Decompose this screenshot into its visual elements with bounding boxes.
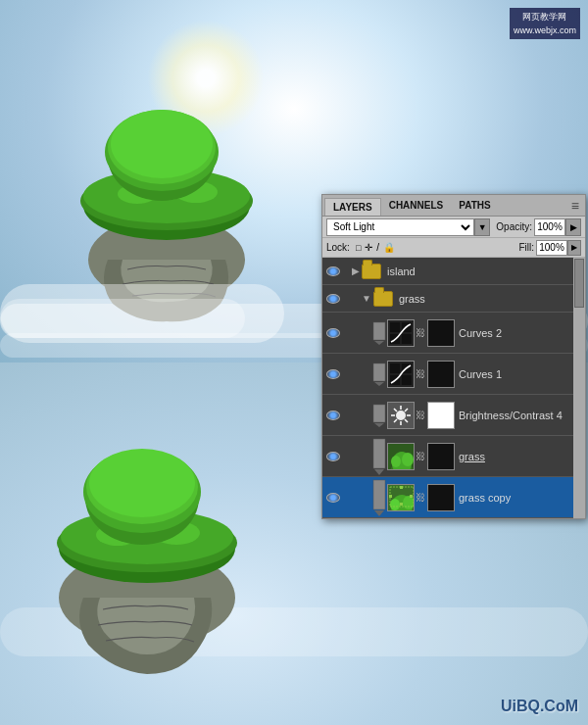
layer-thumb-grass-copy [387, 484, 415, 511]
chain-grass-layer[interactable]: ⛓ [416, 451, 425, 461]
opacity-label: Opacity: [496, 221, 532, 232]
svg-rect-58 [389, 495, 392, 498]
lock-label: Lock: [326, 242, 350, 253]
layer-eye-curves1[interactable] [322, 369, 344, 379]
blend-mode-row: Soft Light Normal Multiply Screen Overla… [322, 217, 585, 238]
canvas-background: 网页教学网 www.webjx.com UiBQ.CoM LAYERS CHAN… [0, 0, 588, 725]
layer-mask-curves2 [427, 319, 455, 347]
layer-eye-grass-group[interactable] [322, 294, 344, 304]
svg-rect-32 [373, 405, 385, 422]
chain-grass-copy[interactable]: ⛓ [416, 492, 425, 503]
watermark-bottom: UiBQ.CoM [501, 698, 578, 715]
panel-scrollbar-thumb[interactable] [574, 259, 584, 308]
blend-mode-select[interactable]: Soft Light Normal Multiply Screen Overla… [326, 218, 474, 236]
eye-icon-grass-group [326, 294, 340, 304]
layer-name-island: island [387, 266, 573, 277]
clip-icon-curves2 [371, 320, 387, 346]
layer-row-island[interactable]: ▶ island [322, 258, 585, 285]
fill-label: Fill: [518, 242, 534, 253]
panel-menu-icon[interactable]: ≡ [567, 198, 583, 214]
blend-mode-arrow[interactable]: ▼ [474, 218, 490, 236]
cloud-left2 [0, 299, 245, 338]
layer-name-curves1: Curves 1 [459, 368, 573, 380]
chain-curves2[interactable]: ⛓ [416, 327, 425, 338]
folder-icon-island [362, 264, 381, 279]
eye-icon-brightness4 [326, 411, 340, 420]
layer-row-grass-layer[interactable]: ⛓ grass [322, 436, 585, 477]
layer-row-grass-group[interactable]: ▼ grass [322, 285, 585, 313]
layer-row-curves1[interactable]: ⛓ Curves 1 [322, 354, 585, 395]
eye-icon-grass-layer [326, 452, 340, 461]
tab-layers[interactable]: LAYERS [324, 198, 381, 216]
clip-icon-brightness4 [371, 403, 387, 428]
layer-eye-island[interactable] [322, 266, 344, 276]
layer-thumb-curves2 [387, 319, 415, 347]
svg-point-47 [391, 456, 401, 467]
layer-mask-grass-copy [427, 484, 455, 511]
island-bottom [29, 421, 265, 686]
eye-icon-island [326, 266, 340, 276]
eye-icon-curves2 [326, 328, 340, 338]
layer-name-grass-layer: grass [459, 451, 573, 462]
chain-curves1[interactable]: ⛓ [416, 368, 425, 379]
layer-thumb-curves1 [387, 361, 415, 388]
panel-tabs: LAYERS CHANNELS PATHS ≡ [322, 195, 585, 217]
layer-mask-curves1 [427, 361, 455, 388]
layer-mask-grass-layer [427, 443, 455, 470]
svg-rect-59 [410, 495, 413, 498]
svg-point-10 [111, 110, 213, 178]
svg-rect-57 [400, 503, 403, 506]
clip-icon-curves1 [371, 362, 387, 387]
layers-list: ▶ island ▼ grass [322, 258, 585, 518]
layer-name-curves2: Curves 2 [459, 327, 573, 339]
layer-name-grass-group: grass [399, 293, 573, 305]
svg-point-53 [390, 499, 400, 510]
layer-eye-grass-layer[interactable] [322, 452, 344, 461]
layers-panel: LAYERS CHANNELS PATHS ≡ Soft Light Norma… [321, 194, 586, 519]
layer-row-brightness4[interactable]: ⛓ Brightness/Contrast 4 [322, 395, 585, 436]
folder-icon-grass [373, 291, 393, 307]
fill-arrow[interactable]: ▶ [567, 240, 581, 256]
lock-row: Lock: □ ✛ / 🔒 Fill: ▶ [322, 238, 585, 258]
lock-pixel[interactable]: / [376, 242, 379, 253]
layer-thumb-brightness4 [387, 402, 415, 429]
svg-rect-43 [373, 439, 385, 468]
layer-row-curves2[interactable]: ⛓ Curves 2 [322, 313, 585, 354]
svg-point-21 [89, 449, 195, 517]
fill-input[interactable] [536, 240, 567, 256]
eye-icon-curves1 [326, 369, 340, 379]
lock-checkbox[interactable]: □ [356, 243, 361, 253]
layer-eye-grass-copy[interactable] [322, 493, 344, 503]
eye-icon-grass-copy [326, 493, 340, 503]
opacity-arrow[interactable]: ▶ [565, 218, 581, 236]
layer-eye-curves2[interactable] [322, 328, 344, 338]
panel-scrollbar[interactable] [573, 258, 585, 518]
expander-island[interactable]: ▶ [352, 266, 360, 276]
lock-position[interactable]: ✛ [365, 242, 372, 253]
svg-rect-56 [400, 486, 403, 489]
layer-eye-brightness4[interactable] [322, 411, 344, 420]
lock-all[interactable]: 🔒 [383, 242, 395, 253]
layer-name-grass-copy: grass copy [459, 492, 573, 504]
svg-point-48 [402, 453, 414, 466]
clip-icon-grass-copy [371, 477, 387, 518]
tab-paths[interactable]: PATHS [451, 197, 498, 214]
svg-point-34 [396, 411, 406, 420]
layer-row-grass-copy[interactable]: ⛓ grass copy [322, 477, 585, 518]
watermark-top: 网页教学网 www.webjx.com [510, 8, 580, 39]
layer-name-brightness4: Brightness/Contrast 4 [459, 410, 573, 421]
layer-mask-brightness4 [427, 402, 455, 429]
svg-rect-27 [373, 363, 385, 381]
svg-point-54 [403, 496, 415, 509]
svg-rect-22 [373, 322, 385, 340]
opacity-input[interactable] [534, 218, 565, 236]
layer-thumb-grass-layer [387, 443, 415, 470]
clip-icon-grass [371, 436, 387, 477]
expander-grass-group[interactable]: ▼ [362, 293, 371, 304]
tab-channels[interactable]: CHANNELS [381, 197, 452, 214]
svg-rect-49 [373, 480, 385, 509]
chain-brightness4[interactable]: ⛓ [416, 410, 425, 420]
